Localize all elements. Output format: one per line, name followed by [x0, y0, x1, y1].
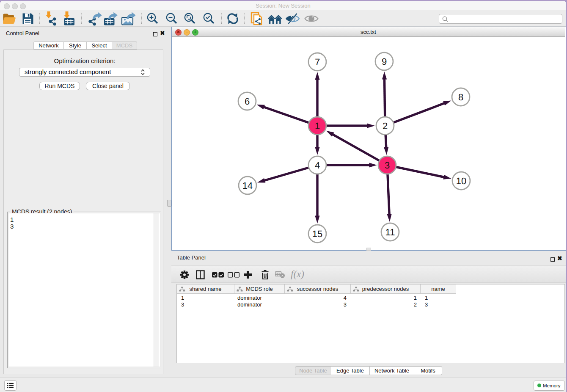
svg-text:1: 1 [315, 121, 320, 131]
svg-text:3: 3 [385, 160, 390, 171]
svg-text:8: 8 [458, 92, 463, 102]
svg-text:9: 9 [382, 56, 387, 67]
svg-text:7: 7 [315, 57, 320, 67]
svg-text:10: 10 [456, 176, 466, 186]
svg-text:6: 6 [245, 96, 250, 107]
svg-text:15: 15 [312, 229, 322, 239]
svg-text:11: 11 [385, 227, 395, 237]
svg-text:2: 2 [383, 121, 388, 131]
svg-text:14: 14 [242, 180, 253, 191]
svg-text:4: 4 [315, 160, 320, 171]
